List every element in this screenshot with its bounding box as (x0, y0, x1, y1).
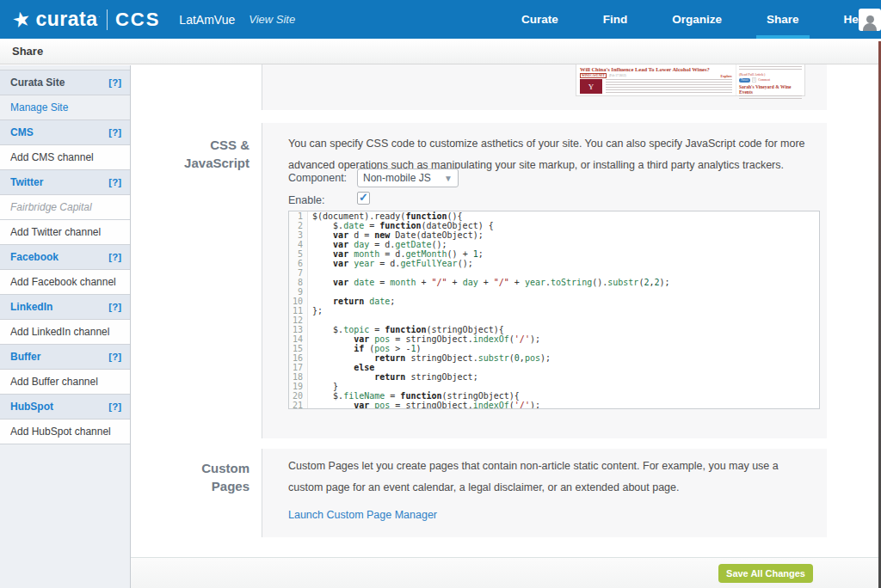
sidebar-item-hubspot[interactable]: HubSpot[?] (0, 395, 130, 420)
code-line: 10 return date; (289, 297, 819, 306)
line-number: 15 (289, 344, 308, 353)
code-line: 5 var month = d.getMonth() + 1; (289, 249, 819, 259)
brand-name: curata (36, 8, 98, 31)
help-icon[interactable]: [?] (108, 252, 121, 262)
sidebar-item-add-cms-channel[interactable]: Add CMS channel (0, 145, 130, 170)
sidebar-item-label: Add LinkedIn channel (10, 326, 121, 338)
save-all-changes-button[interactable]: Save All Changes (718, 564, 813, 583)
help-icon[interactable]: [?] (108, 77, 121, 88)
line-number: 21 (289, 401, 308, 409)
sidebar-item-label: Add Buffer channel (10, 376, 121, 388)
code-line: 19 } (289, 382, 819, 391)
sidebar-item-add-twitter-channel[interactable]: Add Twitter channel (0, 220, 130, 245)
user-avatar[interactable] (859, 9, 881, 31)
help-icon[interactable]: [?] (108, 177, 121, 187)
preview-sidebar-heading: Sarah's Vineyard & Wine Events (739, 84, 802, 95)
code-line: 16 return stringObject.substr(0,pos); (289, 353, 819, 363)
view-site-link[interactable]: View Site (249, 13, 295, 26)
sidebar-item-add-facebook-channel[interactable]: Add Facebook channel (0, 270, 130, 295)
nav-item-find[interactable]: Find (581, 0, 650, 39)
preview-sidebar-text2 (739, 95, 802, 101)
sidebar-item-facebook[interactable]: Facebook[?] (0, 245, 130, 270)
code-line: 4 var day = d.getDate(); (289, 240, 819, 249)
line-number: 5 (289, 249, 308, 259)
sidebar-item-fairbridge-capital[interactable]: Fairbridge Capital (0, 195, 130, 220)
line-number: 3 (289, 230, 308, 240)
sidebar-item-twitter[interactable]: Twitter[?] (0, 170, 130, 195)
line-number: 16 (289, 353, 308, 363)
sidebar-item-label: Add Facebook channel (10, 276, 121, 288)
section-divider (262, 64, 262, 110)
help-icon[interactable]: [?] (108, 302, 121, 312)
code-line: 13 $.topic = function(stringObject){ (289, 325, 819, 334)
curata-logo[interactable]: ★ curata ˙ CCS (12, 8, 160, 32)
sidebar-item-curata-site[interactable]: Curata Site[?] (0, 70, 130, 95)
code-line: 3 var d = new Date(dateObject); (289, 230, 819, 240)
sidebar-item-manage-site[interactable]: Manage Site (0, 95, 130, 120)
top-navbar: ★ curata ˙ CCS LatAmVue View Site Curate… (0, 0, 881, 39)
sidebar-item-add-hubspot-channel[interactable]: Add HubSpot channel (0, 420, 130, 444)
code-line: 18 return stringObject; (289, 372, 819, 382)
page-title: Share (12, 45, 43, 58)
help-icon[interactable]: [?] (108, 127, 121, 138)
component-label: Component: (288, 172, 347, 184)
code-line: 14 var pos = stringObject.indexOf('/'); (289, 334, 819, 344)
code-line: 15 if (pos > -1) (289, 344, 819, 353)
avatar-head-icon (866, 15, 874, 23)
line-number: 13 (289, 325, 308, 334)
line-number: 6 (289, 259, 308, 268)
sidebar-item-label: Manage Site (10, 101, 121, 113)
tweet-button: Tweet (739, 78, 750, 83)
sidebar-item-label: CMS (10, 126, 108, 138)
line-number: 18 (289, 372, 308, 382)
sidebar-item-label: Buffer (10, 351, 108, 363)
preview-source-badge: WINECAST.NET (580, 73, 607, 78)
sidebar-item-label: Add Twitter channel (10, 226, 121, 238)
sidebar-item-linkedin[interactable]: LinkedIn[?] (0, 295, 130, 320)
code-editor[interactable]: 1$(document).ready(function(){2 $.date =… (288, 211, 820, 409)
nav-items: CurateFindOrganizeShareHelp (499, 0, 881, 39)
sidebar-item-label: Facebook (10, 251, 108, 263)
custom-pages-description: Custom Pages let you create pages that c… (288, 456, 811, 499)
code-line: 20 $.fileName = function(stringObject){ (289, 391, 819, 401)
newsletter-preview-card: Will China's Influence Lead To Lower Alc… (576, 64, 805, 96)
nav-item-curate[interactable]: Curate (499, 0, 581, 39)
line-number: 9 (289, 287, 308, 297)
code-line: 7 (289, 268, 819, 278)
sidebar-item-cms[interactable]: CMS[?] (0, 120, 130, 145)
brand-suffix: CCS (115, 9, 160, 31)
sidebar-item-label: Twitter (10, 176, 108, 188)
help-icon[interactable]: [?] (108, 401, 121, 412)
enable-label: Enable: (288, 194, 324, 206)
sidebar-item-add-linkedin-channel[interactable]: Add LinkedIn channel (0, 320, 130, 345)
line-number: 2 (289, 221, 308, 230)
line-number: 14 (289, 334, 308, 344)
launch-custom-page-manager-link[interactable]: Launch Custom Page Manager (288, 509, 437, 521)
preview-body-text (606, 79, 732, 93)
sidebar-item-label: HubSpot (10, 401, 108, 413)
code-line: 8 var date = month + "/" + day + "/" + y… (289, 278, 819, 287)
preview-read-full-article-link: (Read Full Article) (739, 72, 802, 77)
section-divider (262, 449, 262, 537)
line-number: 1 (289, 211, 308, 221)
line-number: 17 (289, 363, 308, 372)
preview-article-image: Y (580, 79, 602, 94)
help-icon[interactable]: [?] (108, 352, 121, 362)
line-number: 8 (289, 278, 308, 287)
nav-item-organize[interactable]: Organize (650, 0, 744, 39)
nav-item-share[interactable]: Share (744, 0, 822, 39)
component-dropdown[interactable]: Non-mobile JS ▼ (357, 168, 459, 187)
star-icon: ★ (9, 6, 33, 34)
sidebar-item-label: Curata Site (10, 77, 108, 89)
enable-checkbox[interactable] (357, 192, 370, 205)
page-subheader: Share (0, 39, 881, 64)
tweet-count: 1 (752, 77, 757, 83)
section-divider (262, 123, 262, 438)
avatar-body-icon (863, 23, 877, 31)
component-dropdown-value: Non-mobile JS (363, 172, 431, 184)
chevron-down-icon: ▼ (444, 174, 453, 183)
code-line: 9 (289, 287, 819, 297)
sidebar-item-buffer[interactable]: Buffer[?] (0, 345, 130, 370)
share-sidebar: Curata Site[?]Manage SiteCMS[?]Add CMS c… (0, 65, 131, 588)
sidebar-item-add-buffer-channel[interactable]: Add Buffer channel (0, 370, 130, 395)
